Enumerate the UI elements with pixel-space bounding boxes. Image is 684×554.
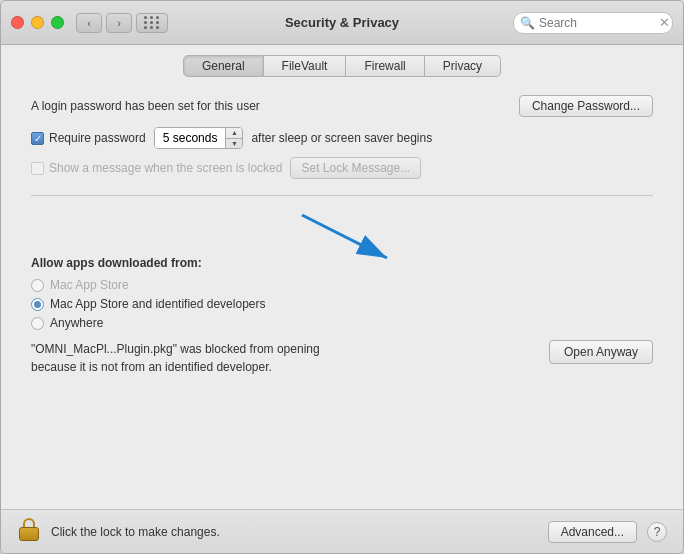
radio-anywhere-label: Anywhere bbox=[50, 316, 103, 330]
show-message-label: Show a message when the screen is locked bbox=[49, 161, 282, 175]
login-password-row: A login password has been set for this u… bbox=[31, 95, 653, 117]
blocked-message-line2: because it is not from an identified dev… bbox=[31, 360, 272, 374]
stepper-arrows: ▲ ▼ bbox=[226, 128, 242, 148]
password-delay-value: 5 seconds bbox=[155, 128, 227, 148]
radio-anywhere-row: Anywhere bbox=[31, 316, 653, 330]
show-message-checkbox-label: Show a message when the screen is locked bbox=[31, 161, 282, 175]
radio-mac-app-store-row: Mac App Store bbox=[31, 278, 653, 292]
back-button[interactable]: ‹ bbox=[76, 13, 102, 33]
blocked-message-row: "OMNI_MacPl...Plugin.pkg" was blocked fr… bbox=[31, 340, 653, 376]
nav-buttons: ‹ › bbox=[76, 13, 132, 33]
tab-filevault[interactable]: FileVault bbox=[264, 55, 347, 77]
show-message-checkbox[interactable] bbox=[31, 162, 44, 175]
radio-selected-indicator bbox=[34, 301, 41, 308]
lock-icon[interactable] bbox=[17, 518, 41, 546]
stepper-down-arrow[interactable]: ▼ bbox=[226, 139, 242, 149]
svg-line-1 bbox=[302, 215, 387, 258]
radio-identified-developers-row: Mac App Store and identified developers bbox=[31, 297, 653, 311]
stepper-up-arrow[interactable]: ▲ bbox=[226, 128, 242, 139]
titlebar: ‹ › Security & Privacy 🔍 ✕ bbox=[1, 1, 683, 45]
search-clear-icon[interactable]: ✕ bbox=[659, 15, 670, 30]
require-password-checkbox-label[interactable]: ✓ Require password bbox=[31, 131, 146, 145]
apps-grid-button[interactable] bbox=[136, 13, 168, 33]
search-input[interactable] bbox=[539, 16, 659, 30]
minimize-button[interactable] bbox=[31, 16, 44, 29]
tabs-bar: General FileVault Firewall Privacy bbox=[1, 45, 683, 85]
content-area: A login password has been set for this u… bbox=[1, 85, 683, 509]
radio-anywhere[interactable] bbox=[31, 317, 44, 330]
window: ‹ › Security & Privacy 🔍 ✕ General FileV… bbox=[0, 0, 684, 554]
tab-general[interactable]: General bbox=[183, 55, 264, 77]
tab-privacy[interactable]: Privacy bbox=[425, 55, 501, 77]
require-password-label: Require password bbox=[49, 131, 146, 145]
open-anyway-button[interactable]: Open Anyway bbox=[549, 340, 653, 364]
blocked-message-line1: "OMNI_MacPl...Plugin.pkg" was blocked fr… bbox=[31, 342, 320, 356]
require-password-checkbox[interactable]: ✓ bbox=[31, 132, 44, 145]
set-lock-message-button[interactable]: Set Lock Message... bbox=[290, 157, 421, 179]
blocked-message-text: "OMNI_MacPl...Plugin.pkg" was blocked fr… bbox=[31, 340, 535, 376]
advanced-button[interactable]: Advanced... bbox=[548, 521, 637, 543]
tab-firewall[interactable]: Firewall bbox=[346, 55, 424, 77]
window-title: Security & Privacy bbox=[285, 15, 399, 30]
bottom-bar: Click the lock to make changes. Advanced… bbox=[1, 509, 683, 553]
show-message-row: Show a message when the screen is locked… bbox=[31, 157, 653, 179]
after-sleep-text: after sleep or screen saver begins bbox=[251, 131, 432, 145]
help-button[interactable]: ? bbox=[647, 522, 667, 542]
radio-mac-app-store-label: Mac App Store bbox=[50, 278, 129, 292]
change-password-button[interactable]: Change Password... bbox=[519, 95, 653, 117]
traffic-lights bbox=[11, 16, 64, 29]
close-button[interactable] bbox=[11, 16, 24, 29]
require-password-row: ✓ Require password 5 seconds ▲ ▼ after s… bbox=[31, 127, 653, 149]
arrow-graphic bbox=[242, 210, 442, 265]
password-delay-stepper[interactable]: 5 seconds ▲ ▼ bbox=[154, 127, 244, 149]
forward-button[interactable]: › bbox=[106, 13, 132, 33]
radio-identified-developers-label: Mac App Store and identified developers bbox=[50, 297, 265, 311]
maximize-button[interactable] bbox=[51, 16, 64, 29]
radio-identified-developers[interactable] bbox=[31, 298, 44, 311]
apps-grid-icon bbox=[144, 16, 160, 29]
lock-body bbox=[19, 527, 39, 541]
click-lock-text: Click the lock to make changes. bbox=[51, 525, 538, 539]
arrow-container bbox=[31, 210, 653, 270]
search-icon: 🔍 bbox=[520, 16, 535, 30]
separator bbox=[31, 195, 653, 196]
search-box[interactable]: 🔍 ✕ bbox=[513, 12, 673, 34]
radio-mac-app-store[interactable] bbox=[31, 279, 44, 292]
login-password-text: A login password has been set for this u… bbox=[31, 99, 260, 113]
